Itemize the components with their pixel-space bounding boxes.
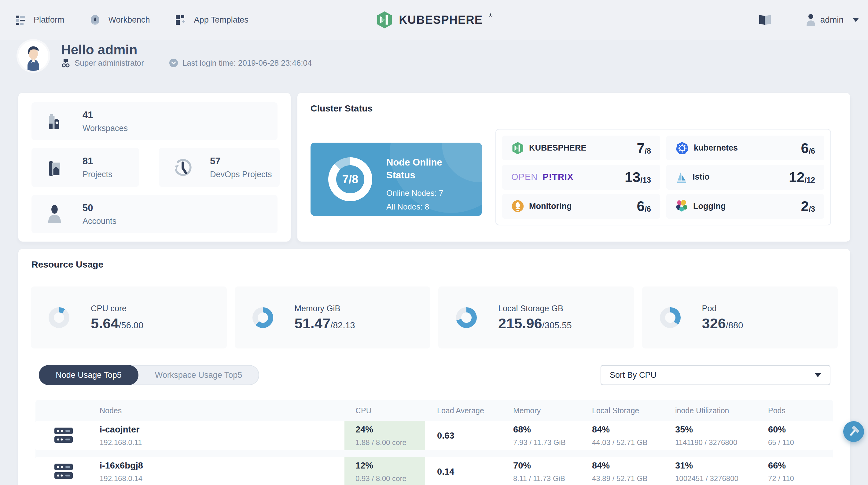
- node-identity: i-caojnter 192.168.0.11: [100, 424, 142, 447]
- component-count: 12 /12: [789, 170, 815, 184]
- component-kubesphere: KUBESPHERE 7 /8: [502, 136, 660, 160]
- count-total: /6: [809, 147, 815, 156]
- cpu-detail: 1.88 / 8.00 core: [355, 438, 425, 447]
- memory-donut: [252, 307, 273, 328]
- inode-cell: 31% 1002451 / 3276800: [675, 457, 768, 485]
- inode-detail: 1002451 / 3276800: [675, 474, 768, 483]
- node-icon: [54, 427, 73, 444]
- stat-text: 57 DevOps Projects: [210, 156, 272, 179]
- stat-label: DevOps Projects: [210, 170, 272, 179]
- node-cell: i-caojnter 192.168.0.11: [35, 421, 344, 450]
- nav-item-platform[interactable]: Platform: [15, 15, 64, 25]
- openpitrix-logo: OPENP!TRIX: [511, 172, 574, 182]
- openpitrix-light-text: OPEN: [511, 172, 537, 182]
- cpu-cell: 12% 0.93 / 8.00 core: [344, 457, 425, 485]
- col-nodes: Nodes: [35, 406, 344, 415]
- stat-workspaces[interactable]: 41 Workspaces: [31, 102, 278, 140]
- node-online-ratio: 7/8: [336, 165, 364, 193]
- node-online-info: Node Online Status Online Nodes: 7 All N…: [386, 156, 466, 212]
- count-total: /3: [809, 205, 815, 214]
- node-name: i-caojnter: [100, 424, 142, 434]
- stat-value: 81: [83, 156, 113, 167]
- hammer-icon: [847, 425, 860, 438]
- toolbox-fab-button[interactable]: [843, 421, 864, 442]
- user-icon: [806, 14, 816, 26]
- metric-total: /305.55: [542, 320, 572, 330]
- projects-icon: [46, 158, 65, 177]
- clock-icon: [169, 58, 178, 67]
- nav-menu: Platform Workbench App Templates: [15, 0, 274, 40]
- load-average-cell: 0.14: [425, 457, 513, 485]
- stat-label: Accounts: [83, 217, 117, 226]
- docs-icon: [758, 14, 772, 26]
- table-row[interactable]: i-caojnter 192.168.0.11 24% 1.88 / 8.00 …: [35, 421, 833, 450]
- user-name: admin: [820, 15, 843, 25]
- metric-label: CPU core: [91, 304, 143, 313]
- component-logo: Monitoring: [511, 200, 571, 213]
- memory-cell: 68% 7.93 / 11.73 GiB: [513, 421, 592, 450]
- tab-workspace-usage-top5[interactable]: Workspace Usage Top5: [138, 365, 258, 385]
- stat-text: 50 Accounts: [83, 202, 117, 226]
- chevron-down-icon: [814, 373, 821, 377]
- role-group: Super administrator: [61, 58, 144, 68]
- cpu-donut: [49, 307, 69, 328]
- stat-devops-projects[interactable]: 57 DevOps Projects: [159, 148, 280, 187]
- inode-percent: 35%: [675, 424, 768, 434]
- resource-metrics: CPU core 5.64/56.00 Memory GiB 51.47/82.…: [31, 287, 838, 349]
- stat-label: Projects: [83, 170, 113, 179]
- nav-right: admin: [758, 0, 859, 40]
- logging-icon: [676, 200, 688, 213]
- pod-donut: [660, 307, 681, 328]
- last-login-group: Last login time: 2019-06-28 23:46:04: [169, 58, 312, 68]
- component-logging: Logging 2 /3: [666, 194, 824, 219]
- stat-value: 50: [83, 202, 117, 214]
- col-local-storage: Local Storage: [592, 406, 675, 415]
- count-value: 7: [637, 141, 645, 155]
- count-total: /13: [640, 175, 651, 185]
- tab-node-usage-top5[interactable]: Node Usage Top5: [39, 365, 138, 385]
- pods-cell: 60% 65 / 110: [768, 421, 833, 450]
- docs-button[interactable]: [758, 14, 772, 26]
- registered-mark: ®: [489, 13, 492, 18]
- component-name: Monitoring: [529, 201, 571, 211]
- pods-percent: 60%: [768, 424, 833, 434]
- inode-cell: 35% 1141190 / 3276800: [675, 421, 768, 450]
- metric-text: Memory GiB 51.47/82.13: [294, 304, 355, 331]
- stat-projects[interactable]: 81 Projects: [31, 148, 139, 187]
- user-menu[interactable]: admin: [806, 14, 859, 26]
- sort-select[interactable]: Sort By CPU: [600, 365, 830, 385]
- component-openpitrix: OPENP!TRIX 13 /13: [502, 165, 660, 189]
- metric-used: 51.47: [294, 316, 331, 331]
- count-total: /8: [645, 147, 651, 156]
- metric-label: Local Storage GB: [498, 304, 572, 313]
- component-logo: Logging: [676, 200, 725, 213]
- cluster-status-card: Cluster Status 7/8 Node Online Status On…: [298, 93, 850, 241]
- node-online-title: Node Online Status: [386, 156, 466, 182]
- node-icon: [54, 463, 73, 480]
- pods-detail: 72 / 110: [768, 474, 833, 483]
- component-logo: Istio: [676, 170, 710, 184]
- component-count: 2 /3: [801, 199, 815, 213]
- overview-stats-card: 41 Workspaces 81 Projects 57 DevOps Proj…: [18, 93, 291, 241]
- nav-item-app-templates[interactable]: App Templates: [175, 14, 248, 25]
- inode-detail: 1141190 / 3276800: [675, 438, 768, 447]
- component-count: 6 /6: [801, 141, 815, 155]
- monitoring-icon: [511, 200, 524, 213]
- metric-memory: Memory GiB 51.47/82.13: [235, 287, 431, 349]
- metric-text: CPU core 5.64/56.00: [91, 304, 143, 331]
- metric-used: 215.96: [498, 316, 542, 331]
- avatar: [18, 41, 48, 71]
- nav-item-workbench[interactable]: Workbench: [90, 14, 150, 25]
- stat-accounts[interactable]: 50 Accounts: [31, 195, 278, 233]
- last-login-time: Last login time: 2019-06-28 23:46:04: [183, 58, 312, 68]
- components-panel: KUBESPHERE 7 /8 kubernetes 6 /6: [495, 129, 831, 225]
- storage-detail: 43.89 / 52.71 GB: [592, 474, 675, 483]
- metric-used: 326: [702, 316, 726, 331]
- table-row[interactable]: i-16x6bgj8 192.168.0.14 12% 0.93 / 8.00 …: [35, 457, 833, 485]
- avatar-illustration: [18, 41, 48, 71]
- local-storage-cell: 84% 44.03 / 52.71 GB: [592, 421, 675, 450]
- page-greeting: Hello admin: [61, 42, 137, 57]
- kubesphere-dashboard: Platform Workbench App Templates KUBESPH…: [0, 0, 868, 485]
- devops-icon: [173, 158, 192, 177]
- workbench-icon: [90, 14, 100, 25]
